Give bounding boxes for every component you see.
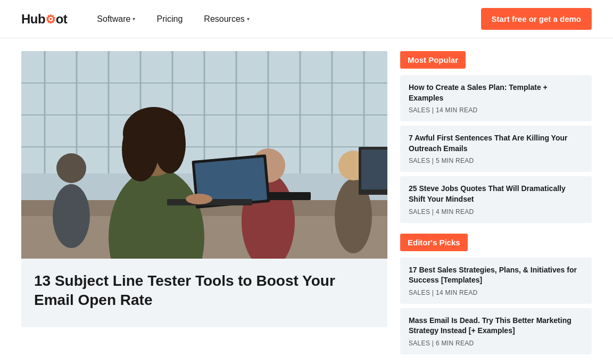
svg-point-19 bbox=[53, 184, 90, 248]
nav-resources-chevron-icon: ▾ bbox=[247, 16, 250, 22]
featured-caption: 13 Subject Line Tester Tools to Boost Yo… bbox=[21, 259, 387, 327]
start-free-button[interactable]: Start free or get a demo bbox=[481, 8, 592, 30]
svg-rect-32 bbox=[361, 150, 387, 189]
most-popular-meta-2: SALES | 5 MIN READ bbox=[409, 157, 583, 164]
editors-pick-meta-1: SALES | 14 MIN READ bbox=[409, 289, 583, 296]
sidebar: Most Popular How to Create a Sales Plan:… bbox=[400, 51, 592, 364]
editors-pick-title-1: 17 Best Sales Strategies, Plans, & Initi… bbox=[409, 265, 583, 286]
featured-title: 13 Subject Line Tester Tools to Boost Yo… bbox=[34, 271, 375, 310]
nav-software-label: Software bbox=[97, 14, 130, 24]
main-nav: Software ▾ Pricing Resources ▾ bbox=[88, 10, 481, 28]
nav-pricing-label: Pricing bbox=[156, 14, 183, 24]
most-popular-title-2: 7 Awful First Sentences That Are Killing… bbox=[409, 133, 583, 154]
main-content: 13 Subject Line Tester Tools to Boost Yo… bbox=[0, 38, 613, 364]
nav-resources-label: Resources bbox=[204, 14, 244, 24]
most-popular-title-1: How to Create a Sales Plan: Template + E… bbox=[409, 82, 583, 103]
editors-pick-item-1[interactable]: 17 Best Sales Strategies, Plans, & Initi… bbox=[400, 258, 592, 304]
most-popular-section: Most Popular How to Create a Sales Plan:… bbox=[400, 51, 592, 223]
editors-pick-meta-2: SALES | 6 MIN READ bbox=[409, 340, 583, 347]
hubspot-logo[interactable]: Hub⚙ot bbox=[21, 12, 67, 27]
nav-pricing[interactable]: Pricing bbox=[148, 10, 191, 28]
svg-point-20 bbox=[56, 153, 86, 183]
most-popular-meta-3: SALES | 4 MIN READ bbox=[409, 208, 583, 216]
most-popular-title-3: 25 Steve Jobs Quotes That Will Dramatica… bbox=[409, 184, 583, 204]
editors-picks-section: Editor's Picks 17 Best Sales Strategies,… bbox=[400, 234, 592, 354]
logo-text: Hub⚙ot bbox=[21, 12, 67, 27]
editors-picks-label: Editor's Picks bbox=[400, 234, 468, 251]
most-popular-item-2[interactable]: 7 Awful First Sentences That Are Killing… bbox=[400, 126, 592, 172]
svg-point-28 bbox=[122, 118, 159, 181]
most-popular-item-3[interactable]: 25 Steve Jobs Quotes That Will Dramatica… bbox=[400, 176, 592, 222]
featured-image bbox=[21, 51, 387, 259]
nav-software[interactable]: Software ▾ bbox=[88, 10, 144, 28]
site-header: Hub⚙ot Software ▾ Pricing Resources ▾ St… bbox=[0, 0, 613, 38]
most-popular-label: Most Popular bbox=[400, 51, 466, 69]
featured-article: 13 Subject Line Tester Tools to Boost Yo… bbox=[21, 51, 387, 364]
svg-point-29 bbox=[154, 115, 186, 173]
editors-pick-item-2[interactable]: Mass Email Is Dead. Try This Better Mark… bbox=[400, 308, 592, 354]
most-popular-item-1[interactable]: How to Create a Sales Plan: Template + E… bbox=[400, 75, 592, 121]
nav-software-chevron-icon: ▾ bbox=[132, 16, 135, 22]
most-popular-meta-1: SALES | 14 MIN READ bbox=[409, 106, 583, 114]
nav-resources[interactable]: Resources ▾ bbox=[195, 10, 258, 28]
svg-point-36 bbox=[186, 194, 212, 204]
editors-pick-title-2: Mass Email Is Dead. Try This Better Mark… bbox=[409, 316, 583, 336]
